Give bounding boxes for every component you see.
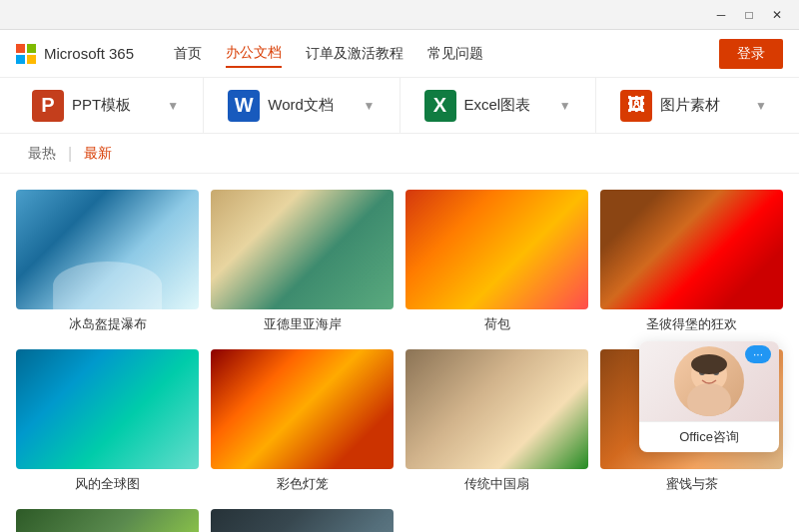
image-poppy xyxy=(16,509,199,532)
chat-widget[interactable]: ··· Office咨询 xyxy=(639,341,779,452)
label-bread: 蜜饯与茶 xyxy=(600,475,783,497)
filter-hot[interactable]: 最热 xyxy=(16,141,68,167)
img-arrow-icon: ▼ xyxy=(755,99,767,113)
image-lantern xyxy=(405,190,588,309)
nav-order[interactable]: 订单及激活教程 xyxy=(306,41,403,67)
svg-point-4 xyxy=(691,354,727,374)
category-excel[interactable]: X Excel图表 ▼ xyxy=(400,78,596,133)
grid-item-waterfall[interactable]: 冰岛盔提瀑布 xyxy=(16,190,199,337)
grid-item-earth[interactable]: 风的全球图 xyxy=(16,349,199,497)
label-waterfall: 冰岛盔提瀑布 xyxy=(16,315,199,337)
grid-item-colorlantern[interactable]: 彩色灯笼 xyxy=(211,349,394,497)
label-beach: 亚德里亚海岸 xyxy=(211,315,394,337)
category-bar: P PPT模板 ▼ W Word文档 ▼ X Excel图表 ▼ 🖼 图片素材 … xyxy=(0,78,799,134)
close-button[interactable]: ✕ xyxy=(763,1,791,29)
login-button[interactable]: 登录 xyxy=(719,39,783,69)
excel-arrow-icon: ▼ xyxy=(559,99,571,113)
grid-item-beach[interactable]: 亚德里亚海岸 xyxy=(211,190,394,337)
ppt-label: PPT模板 xyxy=(72,96,131,115)
image-earth xyxy=(16,349,199,469)
img-label: 图片素材 xyxy=(660,96,720,115)
filter-bar: 最热 | 最新 xyxy=(0,134,799,174)
main-nav: 首页 办公文档 订单及激活教程 常见问题 xyxy=(174,40,483,68)
svg-point-1 xyxy=(687,383,731,416)
category-ppt[interactable]: P PPT模板 ▼ xyxy=(8,78,204,133)
excel-icon: X xyxy=(424,90,456,122)
nav-faq[interactable]: 常见问题 xyxy=(427,41,483,67)
image-letters xyxy=(211,509,394,532)
grid-item-lantern[interactable]: 荷包 xyxy=(405,190,588,337)
ppt-arrow-icon: ▼ xyxy=(167,99,179,113)
word-icon: W xyxy=(228,90,260,122)
category-word[interactable]: W Word文档 ▼ xyxy=(204,78,400,133)
grid-item-celebration[interactable]: 圣彼得堡的狂欢 xyxy=(600,190,783,337)
label-lantern: 荷包 xyxy=(405,315,588,337)
ppt-icon: P xyxy=(32,90,64,122)
header: Microsoft 365 首页 办公文档 订单及激活教程 常见问题 登录 xyxy=(0,30,799,78)
chat-avatar-area: ··· xyxy=(639,341,779,421)
nav-home[interactable]: 首页 xyxy=(174,41,202,67)
titlebar: ─ □ ✕ xyxy=(0,0,799,30)
excel-label: Excel图表 xyxy=(464,96,531,115)
header-right: 登录 xyxy=(719,39,783,69)
avatar xyxy=(674,346,744,416)
minimize-button[interactable]: ─ xyxy=(707,1,735,29)
avatar-face-icon xyxy=(674,346,744,416)
image-celebration xyxy=(600,190,783,309)
maximize-button[interactable]: □ xyxy=(735,1,763,29)
filter-new[interactable]: 最新 xyxy=(72,141,124,167)
word-label: Word文档 xyxy=(268,96,334,115)
image-beach xyxy=(211,190,394,309)
brand-name: Microsoft 365 xyxy=(44,45,134,62)
label-fan: 传统中国扇 xyxy=(405,475,588,497)
nav-docs[interactable]: 办公文档 xyxy=(226,40,282,68)
word-arrow-icon: ▼ xyxy=(364,99,376,113)
grid-item-letters[interactable]: 字母 xyxy=(211,509,394,532)
label-colorlantern: 彩色灯笼 xyxy=(211,475,394,497)
microsoft-logo-icon xyxy=(16,44,36,64)
image-colorlantern xyxy=(211,349,394,469)
image-waterfall xyxy=(16,190,199,309)
logo: Microsoft 365 xyxy=(16,44,134,64)
grid-item-poppy[interactable]: 罂粟 xyxy=(16,509,199,532)
img-icon: 🖼 xyxy=(620,90,652,122)
chat-bubble: ··· xyxy=(745,345,771,363)
chat-label[interactable]: Office咨询 xyxy=(639,421,779,452)
category-img[interactable]: 🖼 图片素材 ▼ xyxy=(596,78,791,133)
image-fan xyxy=(405,349,588,469)
label-earth: 风的全球图 xyxy=(16,475,199,497)
label-celebration: 圣彼得堡的狂欢 xyxy=(600,315,783,337)
grid-item-fan[interactable]: 传统中国扇 xyxy=(405,349,588,497)
